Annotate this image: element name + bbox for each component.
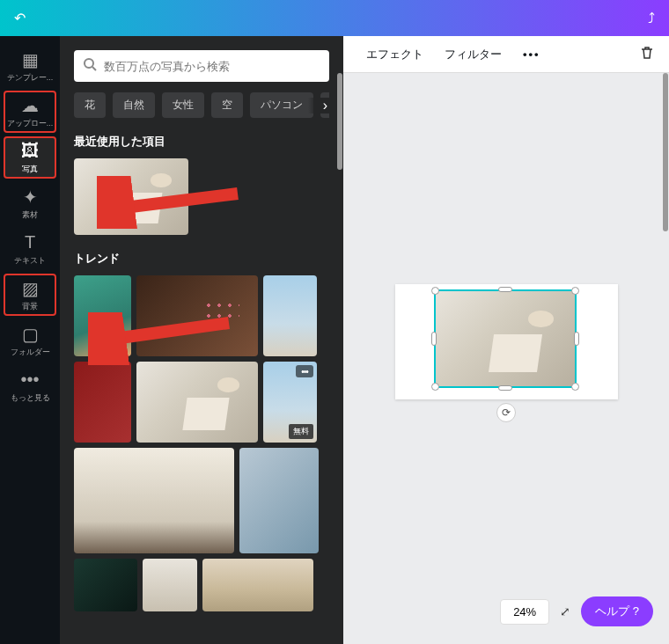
svg-line-3 bbox=[101, 323, 229, 340]
sidebar-item-template[interactable]: ▦ テンプレー... bbox=[4, 45, 56, 87]
panel-scrollbar[interactable] bbox=[336, 36, 343, 644]
chip-nature[interactable]: 自然 bbox=[113, 92, 155, 118]
sync-icon[interactable]: ⟳ bbox=[496, 403, 516, 422]
chip-sky[interactable]: 空 bbox=[211, 92, 243, 118]
trend-thumb[interactable] bbox=[74, 559, 137, 611]
more-dots-icon[interactable]: ••• bbox=[296, 365, 313, 377]
design-page[interactable]: ⟳ bbox=[395, 284, 618, 399]
template-icon: ▦ bbox=[22, 49, 39, 70]
chip-row: 花 自然 女性 空 パソコン キラキ › bbox=[74, 92, 329, 118]
sidebar-item-label: 背景 bbox=[22, 301, 38, 312]
canvas-toolbar: エフェクト フィルター ••• bbox=[343, 36, 669, 73]
trend-thumb[interactable] bbox=[136, 362, 258, 443]
sidebar-item-label: テンプレー... bbox=[7, 72, 54, 84]
folder-icon: ▢ bbox=[22, 324, 39, 345]
more-icon: ••• bbox=[20, 370, 39, 391]
trend-thumb[interactable] bbox=[74, 362, 131, 443]
resize-handle-tr[interactable] bbox=[571, 287, 579, 295]
back-icon[interactable]: ↶ bbox=[14, 10, 26, 26]
sidebar-item-label: もっと見る bbox=[11, 392, 50, 404]
sidebar-item-upload[interactable]: ☁ アップロー... bbox=[4, 91, 56, 133]
svg-point-0 bbox=[85, 59, 93, 68]
elements-icon: ✦ bbox=[23, 187, 38, 208]
resize-edge-b[interactable] bbox=[498, 385, 512, 391]
trend-thumb[interactable] bbox=[239, 448, 319, 553]
share-icon[interactable]: ⤴ bbox=[648, 11, 655, 26]
sidebar-item-text[interactable]: T テキスト bbox=[4, 228, 56, 270]
trend-thumb[interactable] bbox=[202, 559, 313, 611]
zoom-level[interactable]: 24% bbox=[500, 599, 549, 625]
resize-handle-tl[interactable] bbox=[431, 287, 439, 295]
resize-edge-t[interactable] bbox=[498, 287, 512, 292]
canvas-body[interactable]: ⟳ bbox=[343, 73, 669, 644]
sidebar-item-label: テキスト bbox=[14, 255, 46, 267]
resize-handle-bl[interactable] bbox=[431, 383, 439, 391]
top-bar: ↶ ⤴ bbox=[0, 0, 669, 36]
sidebar-item-background[interactable]: ▨ 背景 bbox=[4, 274, 56, 316]
canvas-area: エフェクト フィルター ••• bbox=[343, 36, 669, 644]
selected-image[interactable] bbox=[434, 289, 577, 388]
chip-woman[interactable]: 女性 bbox=[162, 92, 204, 118]
photo-icon: 🖼 bbox=[21, 141, 39, 162]
resize-edge-l[interactable] bbox=[431, 332, 437, 346]
annotation-arrow bbox=[97, 176, 246, 229]
sidebar-item-label: 素材 bbox=[22, 209, 38, 221]
resize-handle-br[interactable] bbox=[571, 383, 579, 391]
resize-edge-r[interactable] bbox=[574, 332, 579, 346]
filter-button[interactable]: フィルター bbox=[436, 41, 511, 68]
sidebar-item-more[interactable]: ••• もっと見る bbox=[4, 365, 56, 407]
effect-button[interactable]: エフェクト bbox=[357, 41, 432, 68]
text-icon: T bbox=[25, 232, 35, 253]
background-icon: ▨ bbox=[22, 278, 39, 299]
sidebar-item-label: 写真 bbox=[22, 164, 38, 175]
chevron-right-icon[interactable]: › bbox=[308, 98, 329, 113]
sidebar-item-label: アップロー... bbox=[7, 118, 54, 129]
left-sidebar: ▦ テンプレー... ☁ アップロー... 🖼 写真 ✦ 素材 T テキスト ▨… bbox=[0, 36, 60, 644]
upload-icon: ☁ bbox=[21, 95, 39, 116]
chip-flower[interactable]: 花 bbox=[74, 92, 106, 118]
trend-section-title: トレンド bbox=[74, 251, 329, 267]
trend-thumb[interactable] bbox=[143, 559, 197, 611]
bottom-controls: 24% ⤢ ヘルプ ? bbox=[500, 596, 653, 626]
sidebar-item-folder[interactable]: ▢ フォルダー bbox=[4, 319, 56, 362]
search-input[interactable] bbox=[104, 60, 320, 73]
sidebar-item-photos[interactable]: 🖼 写真 bbox=[4, 136, 56, 179]
trash-icon[interactable] bbox=[639, 45, 655, 64]
search-box[interactable] bbox=[74, 50, 329, 82]
chip-pc[interactable]: パソコン bbox=[250, 92, 313, 118]
svg-line-1 bbox=[92, 67, 96, 70]
trend-thumb[interactable] bbox=[263, 275, 317, 356]
help-button[interactable]: ヘルプ ? bbox=[581, 596, 653, 626]
sidebar-item-label: フォルダー bbox=[11, 347, 50, 358]
free-badge: 無料 bbox=[289, 424, 313, 439]
sidebar-item-elements[interactable]: ✦ 素材 bbox=[4, 182, 56, 224]
canvas-scrollbar[interactable] bbox=[662, 36, 669, 644]
trend-thumb[interactable]: ••• 無料 bbox=[263, 362, 317, 443]
fullscreen-icon[interactable]: ⤢ bbox=[560, 604, 570, 618]
annotation-arrow bbox=[88, 312, 238, 365]
toolbar-more-button[interactable]: ••• bbox=[514, 42, 549, 66]
svg-line-2 bbox=[110, 194, 238, 209]
trend-thumb[interactable] bbox=[74, 448, 234, 553]
recent-section-title: 最近使用した項目 bbox=[74, 134, 329, 150]
search-icon bbox=[83, 57, 97, 75]
